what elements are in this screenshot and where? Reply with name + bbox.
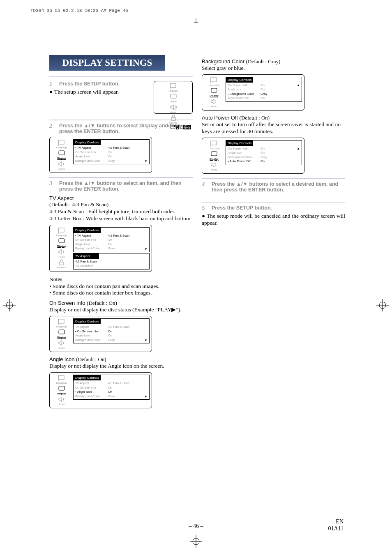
tv-aspect-heading: TV Aspect [49,195,193,201]
arrow-up-icon: ▲ [297,83,300,87]
osd-title: Display Controls [74,228,101,233]
page-code: EN 01A11 [328,518,344,532]
step-num: 4 [202,181,208,193]
osd-row: TV Aspect4:3 Pan & Scan [75,234,148,238]
angle-heading: Angle Icon (Default : On) [49,356,193,363]
osd-row: Background ColorGray [228,92,300,97]
bg-heading: Background Color (Default : Gray) [202,58,345,65]
svg-rect-31 [211,141,217,145]
registration-mark-right [376,299,389,311]
divider [49,76,193,77]
note-1: • Some discs do not contain pan and scan… [49,283,193,290]
tv-aspect-default: (Default : 4:3 Pan & Scan) [49,201,193,208]
angle-desc: Display or not display the Angle icon on… [49,363,193,370]
step-5-body: ●The setup mode will be canceled and the… [202,213,345,227]
osd-display-tv-submenu: LanguageDisplayAudioParentalDisplay Cont… [49,225,152,272]
left-column: DISPLAY SETTINGS 1 Press the SETUP butto… [49,55,193,412]
osd-sb-display: Display [52,329,71,339]
svg-rect-24 [59,330,65,334]
osd-sb-display: Display [204,151,224,161]
step-text: Press the ▲/▼ buttons to select Display … [59,123,193,134]
osd-onscreen: LanguageDisplayAudioDisplay ControlsTV A… [49,316,152,352]
section-title: DISPLAY SETTINGS [49,55,165,71]
arrow-down-icon: ▼ [144,247,148,251]
svg-rect-13 [171,94,176,98]
svg-rect-18 [58,228,64,232]
osd-bg: LanguageDisplayAudioDisplay Controls▲On … [202,74,304,111]
step-2: 2 Press the ▲/▼ buttons to select Displa… [49,123,193,134]
osd-sb-audio: Audio [52,396,71,406]
osd-sb-language: Language [52,375,71,385]
osd-sb-audio: Audio [204,98,224,108]
svg-rect-14 [171,117,175,120]
osd-sb-display: Display [52,238,71,248]
svg-rect-22 [58,319,64,323]
osd-row: Auto Power OffOn [228,96,300,101]
svg-rect-21 [60,262,64,265]
osd-sb-display: Display [52,150,71,160]
osd-row: On Screen InfoOn [75,386,148,390]
note-2: • Some discs do not contain letter box i… [49,290,193,297]
osd-sb-display: Display [204,88,224,97]
svg-rect-25 [58,375,64,380]
osd-title: Display Controls [74,319,101,324]
step-text: Press the ▲/▼ buttons to select an item,… [59,180,193,192]
svg-rect-27 [59,386,65,390]
svg-rect-17 [59,151,65,155]
tv-aspect-line2: 4:3 Letter Box : Wide screen with black … [49,215,193,222]
svg-rect-11 [170,83,176,88]
step-text: Press the ▲/▼ buttons to select a desire… [212,181,345,193]
osd-sb-language: Language [52,139,71,149]
osd-sb-audio: Audio [52,249,71,258]
svg-rect-20 [59,239,65,243]
step-num: 3 [49,180,55,192]
osd-sb-display: Display [155,93,191,103]
arrow-down-icon: ▼ [144,159,148,163]
svg-rect-28 [211,78,217,82]
step-num: 5 [202,205,208,211]
osd-row: Angle IconOn [75,390,148,394]
osd-row: Angle IconOn [75,334,148,338]
arrow-down-icon: ▼ [144,395,148,398]
tv-aspect-line1: 4:3 Pan & Scan : Full height picture, tr… [49,208,193,215]
registration-tick-top [194,18,198,23]
osd-angle: LanguageDisplayAudioDisplay ControlsTV A… [49,372,152,408]
step-3: 3 Press the ▲/▼ buttons to select an ite… [49,180,193,192]
osd-row: On Screen InfoOn [228,83,300,88]
divider [49,177,193,178]
notes-label: Notes [49,276,193,283]
osd-row: Background ColorGray [75,246,148,251]
osd-row: Angle IconOn [75,154,148,159]
svg-rect-30 [211,88,217,92]
osd-row: Background ColorGray [75,159,148,164]
step-1: 1 Press the SETUP button. [49,81,150,87]
osd-row: TV Aspect4:3 Pan & Scan [75,325,148,329]
spool-header: TD364_35-55 02.2.13 10:25 AM Page 46 [30,8,128,13]
divider [202,202,345,203]
osd-row: Angle IconOn [228,151,300,155]
svg-rect-15 [58,140,64,144]
step-num: 2 [49,123,55,134]
auto-desc: Set or not set to turn off after the scr… [202,121,345,135]
osd-title: Display Controls [226,77,253,83]
osd-sb-language: Language [52,227,71,237]
step-4: 4 Press the ▲/▼ buttons to select a desi… [202,181,345,193]
osd-display-tv: LanguageDisplayAudioDisplay ControlsTV A… [49,137,152,173]
step-num: 1 [49,81,55,87]
osd-title: Display Controls [74,140,101,145]
osd-sb-audio: Audio [155,104,191,114]
auto-heading: Auto Power Off (Default : On) [202,115,345,121]
arrow-up-icon: ▲ [297,147,300,150]
osd-submenu-item: 4:3 Letterbox [75,264,148,268]
page-number: – 46 – [189,523,203,530]
osd-auto: LanguageDisplayAudioDisplay Controls▲On … [202,138,304,174]
osd-row: Background ColorGray [228,155,300,160]
osd-submenu: TV Aspect4:3 Pan & Scan4:3 Letterbox [73,253,150,269]
osd-sb-language: Language [155,83,191,92]
osd-submenu-item: 4:3 Pan & Scan [75,260,148,264]
osd-mini-setup: Language Display Audio Parental Select ▲… [154,81,193,114]
registration-mark-left [3,299,16,311]
onscreen-heading: On Screen Info (Default : On) [49,300,193,306]
osd-sb-audio: Audio [204,161,224,171]
osd-row: TV Aspect4:3 Pan & Scan [75,146,148,150]
